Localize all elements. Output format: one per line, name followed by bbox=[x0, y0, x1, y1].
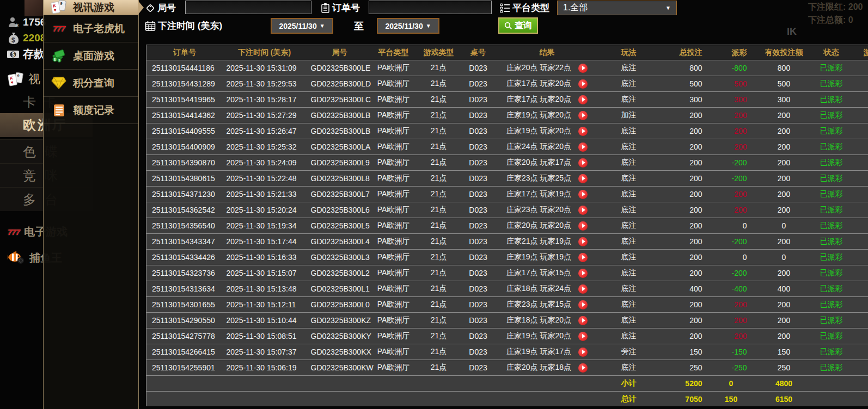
menu-item-points-query[interactable]: 积分查询 bbox=[44, 70, 138, 97]
cell-table: D023 bbox=[464, 265, 493, 281]
play-video-button[interactable] bbox=[578, 300, 588, 309]
play-video-button[interactable] bbox=[578, 142, 588, 152]
menu-item-label: 积分查询 bbox=[73, 76, 114, 90]
order-number-input[interactable] bbox=[369, 1, 492, 14]
play-video-button[interactable] bbox=[578, 332, 588, 341]
date-from-select[interactable]: 2025/11/30 ▼ bbox=[271, 18, 333, 34]
play-video-button[interactable] bbox=[578, 174, 588, 183]
play-video-button[interactable] bbox=[578, 95, 588, 104]
cell-game: 21点 bbox=[414, 344, 464, 360]
cell-result: 庄家19点 玩家17点 bbox=[493, 344, 602, 360]
cell-empty bbox=[848, 392, 868, 407]
cell-round: GD02325B300L9 bbox=[306, 155, 374, 171]
query-button[interactable]: 查询 bbox=[498, 17, 538, 34]
play-video-button[interactable] bbox=[578, 237, 588, 246]
cell-valid-bet: 0 bbox=[754, 218, 815, 234]
play-video-button[interactable] bbox=[578, 284, 588, 294]
cell-time: 2025-11-30 15:25:32 bbox=[223, 139, 306, 155]
cell-time: 2025-11-30 15:08:51 bbox=[223, 329, 306, 344]
to-label: 至 bbox=[354, 20, 364, 33]
sidebar-item-label: 视 bbox=[28, 71, 40, 88]
result-text: 庄家20点 玩家18点 bbox=[506, 363, 571, 371]
table-row: 2511301543237362025-11-30 15:15:07GD0232… bbox=[146, 265, 868, 281]
play-video-button[interactable] bbox=[578, 206, 588, 215]
cell-platform: PA欧洲厅 bbox=[374, 139, 414, 155]
cell-result: 庄家17点 玩家15点 bbox=[493, 265, 602, 281]
play-video-button[interactable] bbox=[578, 111, 588, 120]
user-icon: ✱ bbox=[8, 16, 20, 28]
play-video-button[interactable] bbox=[578, 64, 588, 73]
table-row: 2511301543806152025-11-30 15:22:48GD0232… bbox=[146, 171, 868, 187]
table-row: 2511301544009092025-11-30 15:25:32GD0232… bbox=[146, 139, 868, 155]
cell-platform: PA欧洲厅 bbox=[374, 60, 414, 76]
date-to-select[interactable]: 2025/11/30 ▼ bbox=[377, 18, 439, 34]
result-text: 庄家20点 玩家22点 bbox=[506, 63, 571, 72]
search-icon bbox=[504, 22, 512, 30]
svg-text:$: $ bbox=[12, 51, 15, 57]
cell-table: D023 bbox=[464, 60, 493, 76]
cell-status-badge: 已派彩 bbox=[815, 92, 848, 108]
cell-play-type: 加注 bbox=[602, 108, 656, 123]
cell-result: 庄家20点 玩家18点 bbox=[493, 360, 602, 376]
cell-status-badge: 已派彩 bbox=[815, 202, 848, 218]
slot-777-icon: 777 bbox=[8, 227, 20, 237]
menu-item-video-games[interactable]: 9K♥视讯游戏 bbox=[44, 0, 138, 15]
play-video-button[interactable] bbox=[578, 253, 588, 262]
cell-time: 2025-11-30 15:16:33 bbox=[223, 250, 306, 265]
cell-order: 251130154441186 bbox=[146, 60, 223, 76]
menu-item-credit-records[interactable]: 额度记录 bbox=[44, 97, 138, 124]
cell-status-badge: 已派彩 bbox=[815, 139, 848, 155]
play-video-button[interactable] bbox=[578, 127, 588, 136]
column-header-9: 总投注 bbox=[656, 45, 709, 60]
table-header-row: 订单号下注时间 (美东)局号平台类型游戏类型桌号结果玩法总投注派彩有效投注额状态… bbox=[146, 45, 868, 60]
cell-result: 庄家23点 玩家15点 bbox=[493, 297, 602, 313]
cell-result: 庄家19点 玩家20点 bbox=[493, 123, 602, 139]
cell-table: D023 bbox=[464, 250, 493, 265]
platform-type-select[interactable]: 1.全部 ▼ bbox=[557, 1, 677, 15]
diamond-icon bbox=[50, 76, 68, 90]
cell-order: 251130154356540 bbox=[146, 218, 223, 234]
cell-round: GD02325B300L3 bbox=[306, 250, 374, 265]
cell-valid-bet: 500 bbox=[754, 76, 815, 92]
cell-order: 251130154275778 bbox=[146, 329, 223, 344]
cell-round: GD02325B300LD bbox=[306, 76, 374, 92]
play-video-button[interactable] bbox=[578, 348, 588, 357]
play-video-button[interactable] bbox=[578, 79, 588, 89]
cell-valid-bet: 200 bbox=[754, 202, 815, 218]
cell-table: D023 bbox=[464, 92, 493, 108]
cell-round: GD02325B300LE bbox=[306, 60, 374, 76]
cell-valid-bet: 200 bbox=[754, 187, 815, 202]
play-video-button[interactable] bbox=[578, 269, 588, 278]
cell-result: 庄家24点 玩家20点 bbox=[493, 139, 602, 155]
table-row: 2511301543016552025-11-30 15:12:11GD0232… bbox=[146, 297, 868, 313]
cell-play-type: 底注 bbox=[602, 187, 656, 202]
deposit-button[interactable]: $ 存款 bbox=[7, 47, 45, 61]
cell-payout: -250 bbox=[709, 360, 754, 376]
cell-result: 庄家19点 玩家20点 bbox=[493, 329, 602, 344]
play-video-button[interactable] bbox=[578, 363, 588, 373]
cell-round: GD02325B300LB bbox=[306, 123, 374, 139]
cell-round: GD02325B300L4 bbox=[306, 234, 374, 250]
background-fragment-text: IK bbox=[787, 26, 797, 38]
menu-item-table-games[interactable]: $$桌面游戏 bbox=[44, 42, 138, 70]
round-number-input[interactable] bbox=[185, 1, 311, 14]
cell-result: 庄家23点 玩家20点 bbox=[493, 202, 602, 218]
cell-game: 21点 bbox=[414, 281, 464, 297]
play-video-button[interactable] bbox=[578, 190, 588, 199]
cell-game-link bbox=[848, 92, 868, 108]
cell-time: 2025-11-30 15:26:47 bbox=[223, 123, 306, 139]
balance-stat: $ 2208 bbox=[8, 32, 46, 45]
table-row: 2511301543908702025-11-30 15:24:09GD0232… bbox=[146, 155, 868, 171]
play-video-button[interactable] bbox=[578, 316, 588, 325]
cell-time: 2025-11-30 15:28:17 bbox=[223, 92, 306, 108]
cell-valid-bet: 800 bbox=[754, 60, 815, 76]
cell-total-bet: 200 bbox=[656, 329, 709, 344]
play-video-button[interactable] bbox=[578, 221, 588, 231]
play-video-button[interactable] bbox=[578, 158, 588, 168]
menu-item-slot-machines[interactable]: 777电子老虎机 bbox=[44, 15, 138, 42]
cell-round: GD02325B300L6 bbox=[306, 202, 374, 218]
subtotal-label: 小计 bbox=[602, 376, 656, 392]
cell-platform: PA欧洲厅 bbox=[374, 297, 414, 313]
cell-payout: -400 bbox=[709, 281, 754, 297]
table-row: 2511301543344262025-11-30 15:16:33GD0232… bbox=[146, 250, 868, 265]
